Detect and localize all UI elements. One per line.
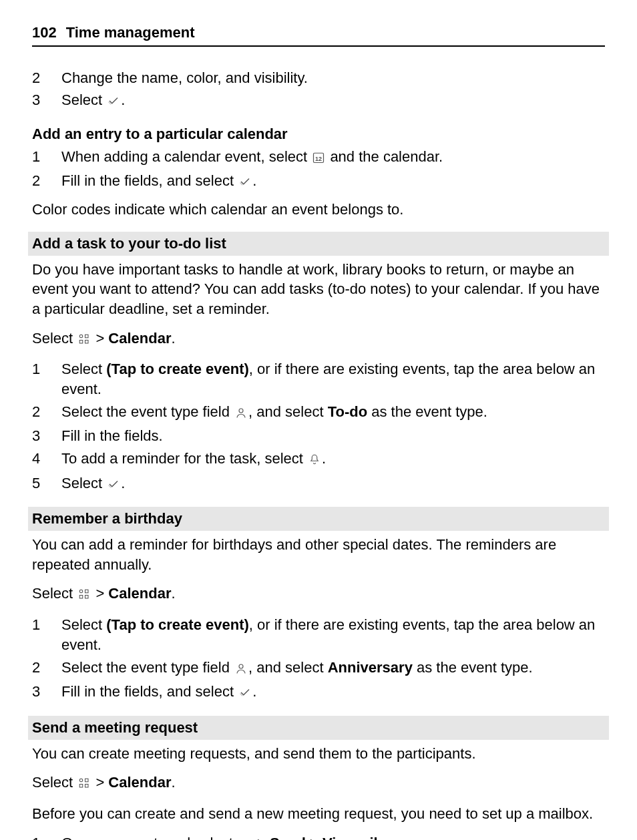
check-icon [239, 684, 251, 704]
step-text: Select (Tap to create event), or if ther… [61, 615, 605, 654]
intro-steps: 2 Change the name, color, and visibility… [32, 68, 605, 112]
person-icon [235, 660, 247, 680]
step-text: Fill in the fields. [61, 426, 605, 446]
step-number: 2 [32, 171, 61, 191]
apps-grid-icon [78, 331, 90, 351]
apps-grid-icon [78, 775, 90, 795]
step-number: 2 [32, 68, 61, 88]
calendar-12-icon [312, 149, 325, 169]
step-number: 4 [32, 449, 61, 469]
todo-steps: 1 Select (Tap to create event), or if th… [32, 359, 605, 495]
step-number: 3 [32, 90, 61, 110]
meeting-nav: Select > Calendar. [32, 773, 605, 795]
meeting-prereq: Before you can create and send a new mee… [32, 804, 605, 824]
step-text: Fill in the fields, and select . [61, 682, 605, 704]
section-heading-meeting: Send a meeting request [28, 716, 609, 740]
step-number: 2 [32, 402, 61, 422]
step-text: Select the event type field , and select… [61, 402, 605, 424]
meeting-intro: You can create meeting requests, and sen… [32, 744, 605, 764]
step-number: 1 [32, 147, 61, 167]
meeting-steps: 1 Open an event, and select > Send > Via… [32, 833, 605, 840]
step-text: When adding a calendar event, select and… [61, 147, 605, 169]
check-icon [108, 92, 120, 112]
apps-grid-icon [78, 586, 90, 606]
check-icon [108, 475, 120, 495]
subheading-add-entry: Add an entry to a particular calendar [32, 124, 605, 144]
birthday-nav: Select > Calendar. [32, 584, 605, 606]
birthday-steps: 1 Select (Tap to create event), or if th… [32, 615, 605, 704]
step-number: 1 [32, 615, 61, 635]
step-number: 3 [32, 426, 61, 446]
menu-lines-icon [238, 835, 252, 840]
step-text: Open an event, and select > Send > Via m… [61, 833, 605, 840]
add-entry-steps: 1 When adding a calendar event, select a… [32, 147, 605, 193]
step-text: Select the event type field , and select… [61, 658, 605, 680]
step-number: 1 [32, 359, 61, 379]
running-header: 102 Time management [32, 23, 605, 47]
step-text: To add a reminder for the task, select . [61, 449, 605, 471]
step-number: 3 [32, 682, 61, 702]
page-number: 102 [32, 23, 57, 43]
check-icon [239, 173, 251, 193]
person-icon [235, 404, 247, 424]
todo-nav: Select > Calendar. [32, 329, 605, 351]
page-title: Time management [66, 23, 195, 43]
step-number: 1 [32, 833, 61, 840]
step-number: 2 [32, 658, 61, 678]
note-color-codes: Color codes indicate which calendar an e… [32, 200, 605, 220]
step-text: Change the name, color, and visibility. [61, 68, 605, 88]
step-text: Fill in the fields, and select . [61, 171, 605, 193]
section-heading-birthday: Remember a birthday [28, 507, 609, 531]
section-heading-todo: Add a task to your to-do list [28, 232, 609, 256]
step-text: Select . [61, 473, 605, 495]
todo-intro: Do you have important tasks to handle at… [32, 260, 605, 319]
birthday-intro: You can add a reminder for birthdays and… [32, 535, 605, 574]
step-number: 5 [32, 473, 61, 493]
step-text: Select (Tap to create event), or if ther… [61, 359, 605, 399]
bell-icon [308, 451, 321, 471]
step-text: Select . [61, 90, 605, 112]
